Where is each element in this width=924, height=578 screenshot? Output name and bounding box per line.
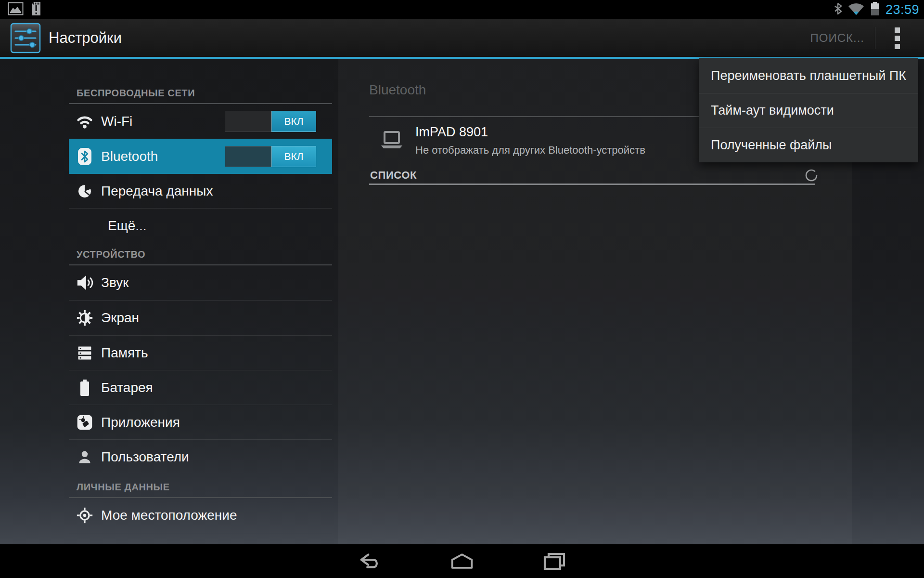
brightness-icon [75,308,94,328]
list-section-header: СПИСОК [370,169,417,182]
settings-app-icon[interactable] [10,23,41,53]
toggle-thumb: ВКЛ [271,111,316,132]
toggle-thumb: ВКЛ [271,146,316,167]
user-icon [75,447,94,467]
sidebar-item-storage[interactable]: Память [69,336,332,370]
section-label: БЕСПРОВОДНЫЕ СЕТИ [77,88,195,99]
sidebar-item-label: Мое местоположение [101,508,237,523]
sdcard-warning-icon [30,1,42,18]
sidebar-item-label: Экран [101,310,139,326]
sidebar-section-personal: ЛИЧНЫЕ ДАННЫЕ [69,474,332,498]
sidebar-item-label: Ещё... [108,218,147,234]
location-icon [75,506,94,525]
sidebar-item-label: Звук [101,275,128,290]
toggle-track [225,111,271,132]
wifi-status-icon [848,2,864,17]
sidebar-section-wireless: БЕСПРОВОДНЫЕ СЕТИ [69,59,332,104]
sidebar-item-more[interactable]: Ещё... [69,209,332,243]
overflow-menu-icon[interactable] [890,25,905,52]
apps-icon [75,413,94,432]
bluetooth-icon [75,147,94,166]
recents-button[interactable] [543,552,566,571]
settings-sidebar: БЕСПРОВОДНЫЕ СЕТИ Wi-Fi ВКЛ [69,59,332,544]
battery-status-icon [870,1,880,18]
back-button[interactable] [358,552,381,571]
menu-item-visibility-timeout[interactable]: Тайм-аут видимости [699,93,918,128]
panel-title: Bluetooth [369,82,426,98]
section-label: ЛИЧНЫЕ ДАННЫЕ [77,482,170,493]
sidebar-item-label: Батарея [101,380,153,395]
sidebar-item-users[interactable]: Пользователи [69,440,332,474]
menu-item-received-files[interactable]: Полученные файлы [699,128,918,162]
section-label: УСТРОЙСТВО [77,249,145,260]
sidebar-item-label: Память [101,345,148,361]
sidebar-item-label: Wi-Fi [101,114,132,129]
navigation-bar [0,544,924,578]
data-usage-icon [75,182,94,201]
sidebar-item-label: Передача данных [101,184,213,199]
home-button[interactable] [450,552,474,571]
wifi-icon [75,112,94,131]
storage-icon [75,343,94,363]
laptop-icon [379,131,404,152]
sidebar-item-label: Bluetooth [101,149,158,164]
sidebar-item-label: Пользователи [101,449,189,465]
status-bar: 23:59 [0,0,924,19]
sidebar-item-sound[interactable]: Звук [69,265,332,301]
sidebar-item-location[interactable]: Мое местоположение [69,498,332,533]
sidebar-item-display[interactable]: Экран [69,301,332,336]
action-bar: Настройки ПОИСК... [0,19,924,59]
wifi-toggle[interactable]: ВКЛ [225,111,316,132]
sidebar-item-bluetooth[interactable]: Bluetooth ВКЛ [69,139,332,174]
action-bar-divider [875,27,875,49]
device-name[interactable]: ImPAD 8901 [415,125,488,140]
status-clock: 23:59 [886,2,919,17]
search-button[interactable]: ПОИСК... [810,31,864,45]
menu-item-rename-tablet[interactable]: Переименовать планшетный ПК [699,58,918,93]
screenshot-icon [8,2,24,17]
sidebar-item-battery[interactable]: Батарея [69,370,332,405]
bluetooth-toggle[interactable]: ВКЛ [225,146,316,167]
sidebar-item-data-usage[interactable]: Передача данных [69,174,332,209]
sidebar-item-wifi[interactable]: Wi-Fi ВКЛ [69,104,332,139]
device-subtitle: Не отображать для других Bluetooth-устро… [415,144,645,157]
page-title: Настройки [49,29,122,47]
toggle-track [225,146,271,167]
list-section-underline [369,184,815,185]
sound-icon [75,273,94,292]
sidebar-item-apps[interactable]: Приложения [69,405,332,440]
overflow-menu: Переименовать планшетный ПК Тайм-аут вид… [699,58,918,162]
sidebar-section-device: УСТРОЙСТВО [69,243,332,265]
progress-spinner-icon [805,169,818,184]
battery-icon [75,378,94,397]
bluetooth-status-icon [834,2,842,17]
sidebar-item-label: Приложения [101,415,180,430]
